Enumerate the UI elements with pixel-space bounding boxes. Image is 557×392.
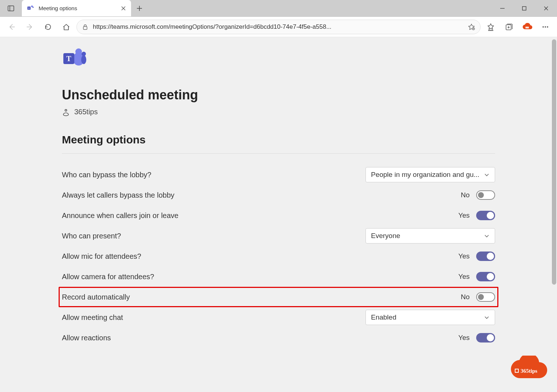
profile-button[interactable] — [519, 19, 535, 35]
toggle-state-label: Yes — [458, 252, 470, 260]
svg-rect-14 — [83, 27, 87, 29]
allow-camera-toggle[interactable] — [476, 272, 495, 281]
window-minimize-button[interactable] — [491, 0, 513, 16]
scrollbar-thumb[interactable] — [552, 39, 556, 285]
svg-point-5 — [32, 7, 33, 8]
refresh-icon — [44, 23, 52, 31]
address-bar[interactable]: https://teams.microsoft.com/meetingOptio… — [76, 20, 481, 34]
svg-point-24 — [542, 26, 544, 28]
watermark-365tips: 365tips — [505, 356, 548, 385]
callers-bypass-toggle[interactable] — [476, 190, 495, 200]
collections-icon — [505, 23, 513, 31]
allow-mic-toggle[interactable] — [476, 252, 495, 261]
chevron-down-icon — [484, 233, 490, 239]
svg-point-26 — [547, 26, 548, 28]
select-value: People in my organization and gu... — [371, 171, 479, 179]
maximize-icon — [522, 6, 527, 11]
page-viewport: T Unscheduled meeting 365tips Meeting op… — [0, 37, 557, 392]
svg-point-25 — [545, 26, 546, 28]
svg-rect-0 — [8, 6, 14, 11]
option-callers-bypass: Always let callers bypass the lobby No — [62, 185, 495, 205]
option-allow-chat: Allow meeting chat Enabled — [62, 307, 495, 328]
ellipsis-icon — [541, 23, 549, 31]
announce-callers-toggle[interactable] — [476, 211, 495, 220]
cloud-icon — [521, 23, 533, 31]
home-button[interactable] — [58, 19, 74, 35]
address-bar-text: https://teams.microsoft.com/meetingOptio… — [93, 23, 463, 31]
window-maximize-button[interactable] — [513, 0, 535, 16]
option-label: Who can bypass the lobby? — [62, 171, 151, 179]
option-label: Always let callers bypass the lobby — [62, 191, 174, 199]
arrow-right-icon — [26, 23, 34, 31]
collections-button[interactable] — [501, 19, 517, 35]
svg-text:T: T — [66, 55, 71, 63]
home-icon — [62, 23, 70, 31]
window-controls — [491, 0, 557, 16]
close-icon — [544, 6, 549, 11]
lock-icon — [82, 24, 88, 30]
presenter-row: 365tips — [62, 108, 495, 116]
svg-point-4 — [31, 5, 33, 7]
vertical-scrollbar[interactable] — [552, 39, 556, 390]
more-button[interactable] — [537, 19, 553, 35]
svg-point-33 — [65, 109, 67, 111]
minimize-icon — [500, 6, 505, 11]
tab-title: Meeting options — [39, 5, 77, 11]
presenter-name: 365tips — [74, 108, 98, 116]
option-allow-reactions: Allow reactions Yes — [62, 328, 495, 348]
plus-icon — [137, 5, 142, 11]
browser-toolbar: https://teams.microsoft.com/meetingOptio… — [0, 17, 557, 37]
section-title: Meeting options — [62, 134, 495, 154]
option-allow-mic: Allow mic for attendees? Yes — [62, 246, 495, 266]
allow-reactions-toggle[interactable] — [476, 333, 495, 342]
option-label: Allow reactions — [62, 334, 111, 342]
option-label: Record automatically — [62, 293, 130, 301]
nav-back-button[interactable] — [4, 19, 20, 35]
option-label: Who can present? — [62, 232, 121, 240]
new-tab-button[interactable] — [131, 0, 148, 16]
svg-point-30 — [81, 55, 86, 64]
toggle-state-label: No — [459, 293, 470, 301]
star-icon[interactable] — [468, 23, 475, 31]
page-title: Unscheduled meeting — [62, 87, 495, 103]
presenter-icon — [62, 108, 70, 116]
allow-chat-select[interactable]: Enabled — [366, 310, 495, 325]
arrow-left-icon — [8, 23, 16, 31]
toggle-state-label: Yes — [458, 334, 470, 342]
nav-forward-button[interactable] — [22, 19, 38, 35]
svg-rect-35 — [515, 369, 518, 372]
option-label: Allow meeting chat — [62, 313, 123, 322]
option-label: Allow camera for attendees? — [62, 273, 154, 281]
option-who-present: Who can present? Everyone — [62, 226, 495, 246]
option-record-automatically: Record automatically No — [59, 287, 498, 307]
refresh-button[interactable] — [40, 19, 56, 35]
bypass-lobby-select[interactable]: People in my organization and gu... — [366, 167, 495, 182]
option-announce-callers: Announce when callers join or leave Yes — [62, 205, 495, 226]
record-automatically-toggle[interactable] — [476, 292, 495, 302]
browser-titlebar: T Meeting options — [0, 0, 557, 17]
active-tab[interactable]: T Meeting options — [22, 0, 131, 16]
page-content: T Unscheduled meeting 365tips Meeting op… — [0, 37, 557, 348]
tab-actions-button[interactable] — [0, 0, 22, 16]
option-bypass-lobby: Who can bypass the lobby? People in my o… — [62, 165, 495, 185]
svg-rect-23 — [525, 27, 529, 28]
toggle-state-label: No — [459, 191, 470, 199]
option-allow-camera: Allow camera for attendees? Yes — [62, 266, 495, 287]
toggle-state-label: Yes — [458, 211, 470, 219]
svg-rect-11 — [522, 7, 526, 10]
window-close-button[interactable] — [535, 0, 557, 16]
tab-close-button[interactable] — [121, 6, 126, 11]
teams-favicon: T — [27, 5, 34, 12]
option-label: Allow mic for attendees? — [62, 252, 141, 261]
svg-text:365tips: 365tips — [521, 368, 537, 374]
who-present-select[interactable]: Everyone — [366, 228, 495, 243]
favorites-button[interactable] — [483, 19, 499, 35]
select-value: Everyone — [371, 232, 400, 240]
toggle-state-label: Yes — [458, 273, 470, 281]
close-icon — [121, 6, 126, 11]
svg-point-28 — [75, 48, 82, 55]
option-label: Announce when callers join or leave — [62, 211, 178, 220]
chevron-down-icon — [484, 172, 490, 178]
teams-logo: T — [62, 48, 495, 70]
select-value: Enabled — [371, 313, 396, 321]
